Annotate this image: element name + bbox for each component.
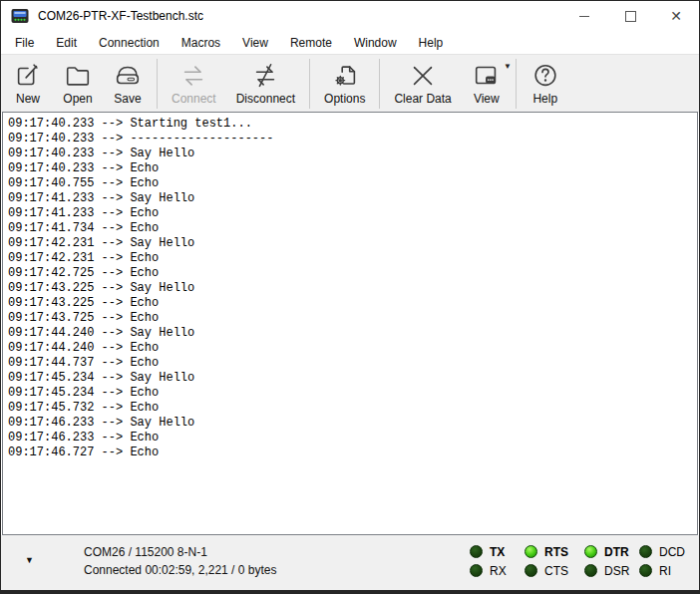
- options-button[interactable]: Options: [315, 56, 374, 112]
- log-line: 09:17:45.234 --> Say Hello: [8, 371, 697, 386]
- led-off-icon: [470, 545, 483, 558]
- save-button[interactable]: Save: [104, 56, 152, 112]
- log-line: 09:17:41.233 --> Say Hello: [8, 191, 697, 206]
- chevron-down-icon: ▼: [504, 62, 512, 71]
- menu-item-edit[interactable]: Edit: [45, 33, 88, 53]
- app-icon: [11, 8, 30, 24]
- toolbar-label: Help: [532, 92, 557, 106]
- help-button[interactable]: Help: [522, 56, 569, 112]
- led-indicator-dcd: DCD: [639, 544, 685, 559]
- title-bar: COM26-PTR-XF-Testbench.stc ✕: [1, 1, 699, 31]
- minimize-icon: [579, 16, 589, 17]
- new-button[interactable]: New: [4, 56, 52, 112]
- close-icon: ✕: [670, 9, 682, 23]
- menu-item-remote[interactable]: Remote: [279, 33, 343, 53]
- log-line: 09:17:44.737 --> Echo: [8, 356, 697, 371]
- log-line: 09:17:46.233 --> Say Hello: [8, 416, 697, 431]
- log-line: 09:17:45.732 --> Echo: [8, 401, 697, 416]
- view-window-icon: [472, 61, 502, 91]
- toolbar-separator: [379, 59, 380, 109]
- toolbar-separator: [157, 59, 158, 109]
- log-line: 09:17:42.725 --> Echo: [8, 266, 697, 281]
- led-label: DTR: [604, 545, 629, 559]
- led-panel: TXRXRTSCTSDTRDSRDCDRI: [1, 535, 699, 590]
- menu-item-window[interactable]: Window: [343, 33, 408, 53]
- coolterm-window: COM26-PTR-XF-Testbench.stc ✕ FileEditCon…: [0, 0, 700, 594]
- toolbar-label: Options: [324, 92, 365, 106]
- toolbar-label: Open: [63, 92, 92, 106]
- window-title: COM26-PTR-XF-Testbench.stc: [38, 9, 203, 23]
- log-line: 09:17:40.233 --> --------------------: [8, 132, 697, 147]
- toolbar-label: Save: [114, 92, 141, 106]
- menu-item-connection[interactable]: Connection: [88, 33, 171, 53]
- toolbar-label: Disconnect: [236, 92, 295, 106]
- options-gear-page-icon: [330, 61, 360, 91]
- menu-bar: FileEditConnectionMacrosViewRemoteWindow…: [1, 31, 699, 54]
- log-line: 09:17:40.233 --> Echo: [8, 161, 697, 176]
- help-question-icon: [530, 61, 560, 91]
- close-button[interactable]: ✕: [653, 1, 699, 31]
- toolbar-label: View: [474, 92, 500, 106]
- maximize-button[interactable]: [607, 1, 653, 31]
- toolbar: New Open Save Connect: [1, 54, 699, 113]
- connect-arrows-icon: [178, 61, 208, 91]
- log-line: 09:17:43.725 --> Echo: [8, 311, 697, 326]
- menu-item-macros[interactable]: Macros: [171, 33, 231, 53]
- led-label: RI: [659, 564, 671, 578]
- save-drive-icon: [113, 61, 143, 91]
- led-indicator-cts: CTS: [525, 563, 568, 578]
- led-on-icon: [584, 545, 597, 558]
- disconnect-button[interactable]: Disconnect: [227, 56, 304, 112]
- led-column: TXRX: [470, 544, 507, 582]
- maximize-icon: [625, 11, 636, 22]
- log-line: 09:17:40.233 --> Starting test1...: [8, 117, 697, 132]
- toolbar-separator: [309, 59, 310, 109]
- new-document-icon: [13, 61, 43, 91]
- toolbar-separator: [516, 59, 517, 109]
- led-off-icon: [584, 564, 597, 577]
- menu-item-help[interactable]: Help: [408, 33, 455, 53]
- led-off-icon: [525, 564, 537, 577]
- led-label: RTS: [544, 545, 568, 559]
- led-label: RX: [490, 564, 507, 578]
- log-line: 09:17:46.233 --> Echo: [8, 431, 697, 446]
- log-line: 09:17:42.231 --> Say Hello: [8, 236, 697, 251]
- led-label: CTS: [544, 564, 568, 578]
- log-line: 09:17:43.225 --> Echo: [8, 296, 697, 311]
- status-bar: ▼ COM26 / 115200 8-N-1 Connected 00:02:5…: [1, 535, 699, 590]
- open-button[interactable]: Open: [54, 56, 102, 112]
- toolbar-label: Connect: [172, 92, 216, 106]
- log-line: 09:17:41.734 --> Echo: [8, 221, 697, 236]
- log-area[interactable]: 09:17:40.233 --> Starting test1...09:17:…: [2, 112, 698, 535]
- log-line: 09:17:40.755 --> Echo: [8, 176, 697, 191]
- led-off-icon: [639, 564, 652, 577]
- led-on-icon: [525, 545, 537, 558]
- led-column: RTSCTS: [525, 544, 568, 582]
- log-line: 09:17:43.225 --> Say Hello: [8, 281, 697, 296]
- connect-button[interactable]: Connect: [163, 56, 225, 112]
- minimize-button[interactable]: [561, 1, 607, 31]
- led-indicator-dtr: DTR: [584, 544, 629, 559]
- disconnect-arrows-icon: [250, 61, 280, 91]
- clear-data-button[interactable]: Clear Data: [385, 56, 460, 112]
- log-line: 09:17:44.240 --> Echo: [8, 341, 697, 356]
- led-label: DCD: [659, 545, 685, 559]
- log-line: 09:17:44.240 --> Say Hello: [8, 326, 697, 341]
- log-line: 09:17:42.231 --> Echo: [8, 251, 697, 266]
- log-line: 09:17:41.233 --> Echo: [8, 206, 697, 221]
- view-button[interactable]: ▼ View: [463, 56, 511, 112]
- toolbar-label: Clear Data: [394, 92, 451, 106]
- led-indicator-tx: TX: [470, 544, 507, 559]
- led-indicator-rx: RX: [470, 563, 507, 578]
- toolbar-label: New: [16, 92, 40, 106]
- menu-item-view[interactable]: View: [231, 33, 279, 53]
- led-indicator-dsr: DSR: [584, 563, 629, 578]
- menu-item-file[interactable]: File: [4, 33, 45, 53]
- led-label: TX: [490, 545, 505, 559]
- led-indicator-rts: RTS: [525, 544, 568, 559]
- log-line: 09:17:45.234 --> Echo: [8, 386, 697, 401]
- led-indicator-ri: RI: [639, 563, 685, 578]
- led-off-icon: [470, 564, 483, 577]
- log-line: 09:17:46.727 --> Echo: [8, 446, 697, 460]
- led-column: DCDRI: [639, 544, 685, 582]
